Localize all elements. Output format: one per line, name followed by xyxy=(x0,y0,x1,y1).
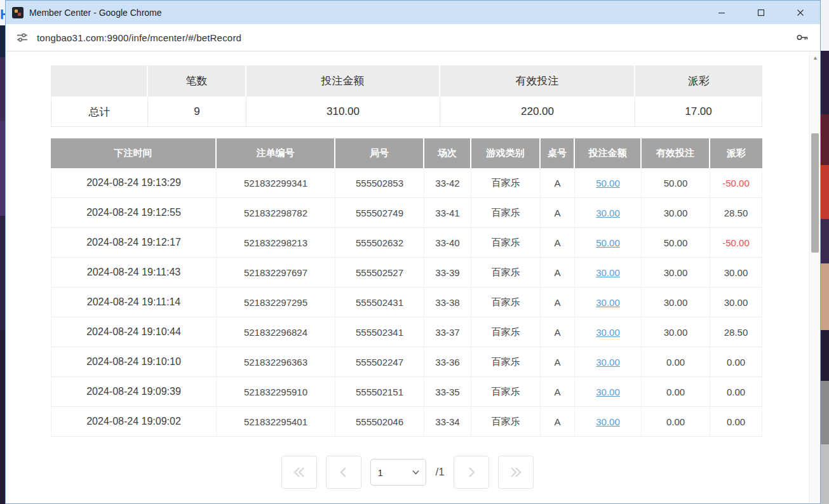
bet-amount-link[interactable]: 30.00 xyxy=(596,297,620,308)
bet-cell-time: 2024-08-24 19:11:43 xyxy=(51,258,217,288)
bet-cell-payout: 30.00 xyxy=(710,258,762,288)
bet-cell-game-type: 百家乐 xyxy=(471,288,541,317)
bet-cell-bet-amount: 30.00 xyxy=(575,288,642,317)
bet-cell-round-id: 555502151 xyxy=(335,377,424,407)
bet-cell-payout: -50.00 xyxy=(710,228,762,258)
column-header: 注单编号 xyxy=(217,138,335,168)
chevron-left-icon xyxy=(338,466,349,479)
bet-cell-round-id: 555502749 xyxy=(335,198,424,228)
bet-cell-payout: 0.00 xyxy=(710,407,762,437)
desktop-edge-left: H xyxy=(0,0,5,504)
summary-header-row: 笔数 投注金额 有效投注 派彩 xyxy=(51,65,762,96)
bet-cell-valid-bet: 30.00 xyxy=(642,317,710,347)
summary-total-bet-amount: 310.00 xyxy=(246,96,440,127)
bet-cell-bet-id: 521832298782 xyxy=(217,198,335,228)
bet-cell-bet-id: 521832298213 xyxy=(217,228,335,258)
window-controls xyxy=(702,1,820,24)
scrollbar-up-icon[interactable]: ▲ xyxy=(810,55,820,61)
bet-cell-round-id: 555502046 xyxy=(335,407,424,437)
bet-cell-round-id: 555502853 xyxy=(335,168,424,198)
bet-amount-link[interactable]: 50.00 xyxy=(596,178,620,189)
next-page-button[interactable] xyxy=(454,456,489,489)
summary-table: 笔数 投注金额 有效投注 派彩 总计 9 310.00 220.00 17.00 xyxy=(51,65,762,127)
bet-cell-valid-bet: 0.00 xyxy=(642,347,710,377)
minimize-button[interactable] xyxy=(702,1,741,24)
bet-table-header-row: 下注时间注单编号局号场次游戏类别桌号投注金额有效投注派彩 xyxy=(51,138,762,168)
bet-cell-game-type: 百家乐 xyxy=(471,317,541,347)
bet-amount-link[interactable]: 30.00 xyxy=(596,416,620,427)
scrollbar-thumb[interactable] xyxy=(811,133,819,253)
bet-cell-game-type: 百家乐 xyxy=(471,347,541,377)
window-title: Member Center - Google Chrome xyxy=(29,8,702,18)
bet-cell-table-no: A xyxy=(541,168,575,198)
summary-header-payout: 派彩 xyxy=(635,65,762,96)
bet-cell-valid-bet: 30.00 xyxy=(642,258,710,288)
bet-cell-game-type: 百家乐 xyxy=(471,377,541,407)
summary-header-valid-bet: 有效投注 xyxy=(440,65,635,96)
first-page-button[interactable] xyxy=(281,456,317,489)
column-header: 游戏类别 xyxy=(471,138,541,168)
bet-cell-bet-amount: 30.00 xyxy=(575,377,642,407)
maximize-button[interactable] xyxy=(741,1,781,24)
double-chevron-left-icon xyxy=(292,466,307,479)
page-total: /1 xyxy=(435,466,444,479)
bet-cell-bet-amount: 30.00 xyxy=(575,198,642,228)
bet-amount-link[interactable]: 30.00 xyxy=(596,208,620,218)
page-select[interactable]: 1 xyxy=(370,459,426,486)
bet-cell-session: 33-42 xyxy=(424,168,471,198)
site-favicon-icon xyxy=(12,7,24,18)
bet-cell-payout: 28.50 xyxy=(710,198,762,228)
bet-cell-valid-bet: 50.00 xyxy=(642,228,710,258)
double-chevron-right-icon xyxy=(508,466,523,479)
close-button[interactable] xyxy=(781,1,820,24)
bet-cell-time: 2024-08-24 19:12:55 xyxy=(51,198,217,228)
bet-cell-session: 33-40 xyxy=(424,228,471,258)
password-key-icon[interactable] xyxy=(795,30,810,45)
summary-total-payout: 17.00 xyxy=(635,96,762,127)
bet-cell-time: 2024-08-24 19:09:39 xyxy=(51,377,217,407)
column-header: 局号 xyxy=(335,138,424,168)
prev-page-button[interactable] xyxy=(326,456,361,489)
content-scrollbar[interactable]: ▲ xyxy=(809,51,820,503)
summary-total-label: 总计 xyxy=(51,96,148,127)
column-header: 场次 xyxy=(424,138,471,168)
bet-row: 2024-08-24 19:13:29521832299341555502853… xyxy=(51,168,762,198)
bet-cell-valid-bet: 30.00 xyxy=(642,198,710,228)
bet-cell-bet-id: 521832299341 xyxy=(217,168,335,198)
url-text[interactable]: tongbao31.com:9900/infe/mcenter/#/betRec… xyxy=(37,32,786,43)
bet-cell-valid-bet: 0.00 xyxy=(642,377,710,407)
summary-header-blank xyxy=(51,65,148,96)
bet-cell-time: 2024-08-24 19:11:14 xyxy=(51,288,217,317)
bet-cell-session: 33-39 xyxy=(424,258,471,288)
bet-cell-bet-id: 521832295401 xyxy=(217,407,335,437)
site-settings-icon[interactable] xyxy=(16,31,29,44)
bet-amount-link[interactable]: 30.00 xyxy=(596,267,620,278)
bet-cell-bet-id: 521832296824 xyxy=(217,317,335,347)
window-titlebar: Member Center - Google Chrome xyxy=(6,1,820,24)
bet-cell-time: 2024-08-24 19:09:02 xyxy=(51,407,217,437)
summary-header-bet-amount: 投注金额 xyxy=(246,65,440,96)
bet-cell-time: 2024-08-24 19:10:44 xyxy=(51,317,217,347)
bet-cell-valid-bet: 30.00 xyxy=(642,288,710,317)
bet-cell-session: 33-36 xyxy=(424,347,471,377)
bet-cell-payout: 0.00 xyxy=(710,377,762,407)
bet-cell-game-type: 百家乐 xyxy=(471,198,541,228)
chevron-down-icon xyxy=(412,470,419,475)
bet-cell-session: 33-38 xyxy=(424,288,471,317)
bet-amount-link[interactable]: 30.00 xyxy=(596,357,620,368)
page-select-value: 1 xyxy=(377,467,382,478)
bet-amount-link[interactable]: 30.00 xyxy=(596,327,620,338)
bet-cell-payout: 30.00 xyxy=(710,288,762,317)
bet-amount-link[interactable]: 30.00 xyxy=(596,387,620,397)
bet-amount-link[interactable]: 50.00 xyxy=(596,237,620,248)
bet-cell-table-no: A xyxy=(541,258,575,288)
column-header: 有效投注 xyxy=(642,138,710,168)
bet-cell-bet-id: 521832297295 xyxy=(217,288,335,317)
column-header: 下注时间 xyxy=(51,138,217,168)
background-letter-h: H xyxy=(0,6,5,23)
page-content: 笔数 投注金额 有效投注 派彩 总计 9 310.00 220.00 17.00 xyxy=(6,51,820,503)
bet-cell-table-no: A xyxy=(541,228,575,258)
bet-cell-round-id: 555502632 xyxy=(335,228,424,258)
last-page-button[interactable] xyxy=(498,456,534,489)
desktop-edge-right xyxy=(821,0,829,504)
